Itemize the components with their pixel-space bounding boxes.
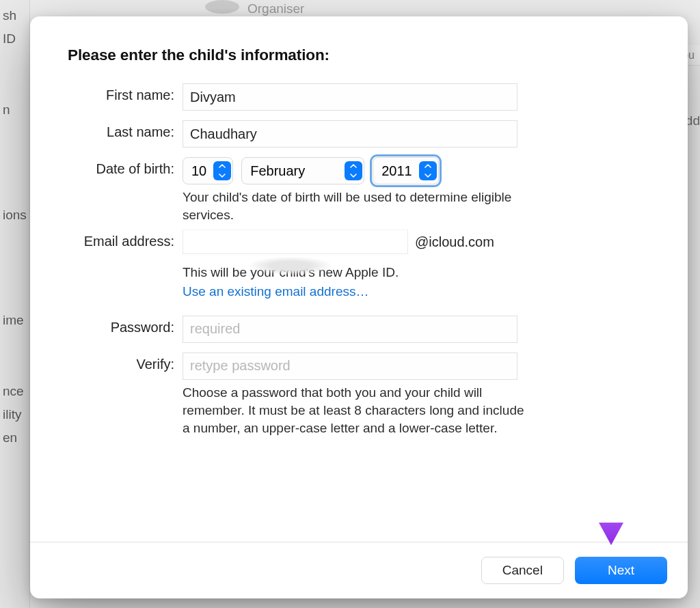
dialog-title: Please enter the child's information: [68,46,650,64]
stepper-icon [345,161,362,180]
last-name-label: Last name: [68,120,183,140]
child-info-dialog: Please enter the child's information: Fi… [30,16,688,598]
stepper-icon [213,161,231,180]
dob-helper-text: Your child's date of birth will be used … [183,189,517,224]
first-name-label: First name: [68,83,183,103]
dialog-footer: Cancel Next [30,542,688,598]
email-helper-text: This will be your child's new Apple ID. [183,264,517,281]
verify-label: Verify: [68,353,183,372]
email-local-input[interactable] [183,230,408,254]
dob-year-value: 2011 [381,163,412,179]
last-name-input[interactable] [183,120,517,148]
password-input[interactable] [183,316,517,343]
dob-month-select[interactable]: February [241,157,364,184]
stepper-icon [419,161,437,180]
app-sidebar-fragment: shIDn ions ime nceilityen [0,0,30,608]
password-helper-text: Choose a password that both you and your… [183,384,531,438]
use-existing-email-link[interactable]: Use an existing email address… [183,284,368,299]
organiser-label: Organiser [247,1,304,16]
verify-password-input[interactable] [183,353,517,380]
avatar [205,0,239,14]
dob-year-select[interactable]: 2011 [373,157,439,184]
email-label: Email address: [68,230,183,249]
dob-day-value: 10 [191,163,206,179]
dob-month-value: February [250,163,338,179]
password-label: Password: [68,316,183,335]
first-name-input[interactable] [183,83,517,111]
email-domain-suffix: @icloud.com [415,234,494,250]
cancel-button[interactable]: Cancel [481,557,564,584]
next-button[interactable]: Next [575,557,667,584]
dob-day-select[interactable]: 10 [183,157,233,184]
dob-label: Date of birth: [68,157,183,177]
